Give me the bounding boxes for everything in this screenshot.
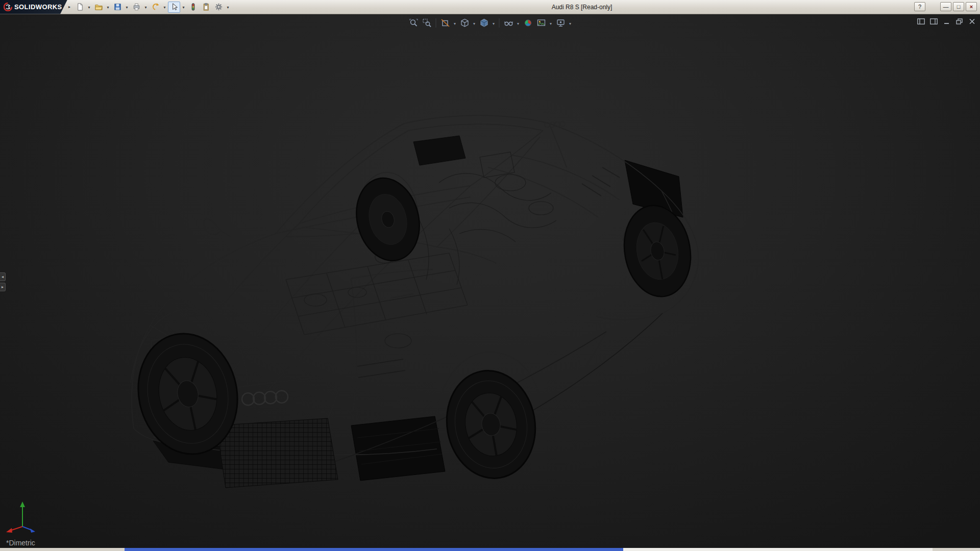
taskbar-segment — [933, 548, 980, 551]
apply-scene-button[interactable] — [535, 17, 548, 29]
audi-rings-front — [241, 390, 288, 406]
options-dropdown[interactable]: ▾ — [225, 4, 231, 10]
clipboard-icon — [202, 3, 210, 11]
car-wireframe-model — [0, 14, 980, 548]
edit-appearance-ball-icon — [523, 18, 532, 28]
heads-up-view-toolbar: ▾ ▾ ▾ — [407, 17, 573, 29]
show-task-pane-button[interactable] — [929, 18, 938, 25]
document-close-button[interactable] — [968, 18, 976, 25]
view-orientation-button[interactable] — [458, 17, 471, 29]
show-feature-pane-button[interactable] — [917, 18, 925, 25]
taskbar-active-segment — [125, 548, 623, 551]
document-window-controls — [917, 18, 976, 25]
hide-show-items-button[interactable] — [502, 17, 515, 29]
panel-splitter-collapse[interactable]: ◂ — [0, 272, 6, 281]
hud-separator — [499, 18, 500, 28]
view-orientation-dropdown[interactable]: ▾ — [472, 20, 477, 26]
apply-scene-dropdown[interactable]: ▾ — [548, 20, 554, 26]
solidworks-logo: SOLIDWORKS — [0, 0, 67, 14]
restore-icon — [956, 18, 963, 24]
section-view-icon — [440, 18, 450, 28]
help-button[interactable]: ? — [914, 2, 925, 11]
select-tool-button[interactable] — [168, 2, 180, 13]
save-button[interactable] — [111, 2, 124, 13]
print-icon — [132, 3, 141, 11]
new-document-icon — [76, 3, 84, 11]
brand-name: SOLIDWORKS — [14, 3, 62, 11]
graphics-area[interactable]: ▾ ▾ ▾ — [0, 14, 980, 548]
window-controls: ? — □ × — [914, 2, 977, 11]
save-dropdown[interactable]: ▾ — [124, 4, 130, 10]
open-button[interactable] — [92, 2, 105, 13]
view-orientation-cube-icon — [460, 18, 469, 28]
undo-button[interactable] — [149, 2, 161, 13]
pane-right-icon — [930, 18, 938, 24]
close-button[interactable]: × — [966, 2, 977, 11]
section-view-button[interactable] — [439, 17, 452, 29]
display-style-icon — [479, 18, 488, 28]
options-button[interactable] — [212, 2, 225, 13]
taskbar-edge[interactable] — [0, 548, 980, 551]
view-settings-button[interactable] — [554, 17, 567, 29]
print-dropdown[interactable]: ▾ — [143, 4, 149, 10]
new-document-dropdown[interactable]: ▾ — [86, 4, 92, 10]
rebuild-button[interactable] — [187, 2, 199, 13]
chassis-detail-lines — [286, 152, 556, 348]
zoom-to-area-button[interactable] — [421, 17, 433, 29]
print-button[interactable] — [130, 2, 142, 13]
paste-button[interactable] — [200, 2, 212, 13]
select-dropdown[interactable]: ▾ — [181, 4, 186, 10]
taskbar-segment — [623, 548, 933, 551]
section-view-dropdown[interactable]: ▾ — [452, 20, 458, 26]
select-cursor-icon — [170, 3, 179, 11]
pane-left-icon — [917, 18, 925, 24]
main-toolbar: ▾ ▾ ▾ — [74, 2, 231, 13]
display-style-button[interactable] — [478, 17, 491, 29]
minimize-icon — [943, 18, 950, 24]
panel-splitter-expand[interactable]: ▸ — [0, 283, 6, 291]
options-gear-icon — [214, 3, 223, 11]
solidworks-window: SOLIDWORKS ▸ ▾ ▾ — [0, 0, 980, 551]
hide-show-glasses-icon — [504, 18, 513, 28]
audi-rings-rear — [545, 121, 565, 128]
close-x-icon — [969, 18, 975, 24]
zoom-to-fit-button[interactable] — [407, 17, 420, 29]
rebuild-traffic-light-icon — [189, 3, 198, 11]
wheel-front-right — [348, 171, 428, 267]
wheel-rear-right — [617, 200, 697, 302]
minimize-button[interactable]: — — [940, 2, 951, 11]
open-folder-icon — [94, 3, 103, 11]
taskbar-segment — [0, 548, 125, 551]
maximize-button[interactable]: □ — [953, 2, 964, 11]
title-bar[interactable]: SOLIDWORKS ▸ ▾ ▾ — [0, 0, 980, 14]
zoom-to-fit-icon — [409, 18, 418, 28]
document-minimize-button[interactable] — [942, 18, 950, 25]
open-dropdown[interactable]: ▾ — [105, 4, 111, 10]
front-grille — [216, 418, 338, 488]
hud-separator — [436, 18, 436, 28]
edit-appearance-button[interactable] — [522, 17, 534, 29]
document-restore-button[interactable] — [955, 18, 963, 25]
undo-dropdown[interactable]: ▾ — [162, 4, 167, 10]
toolbar-expand-arrow[interactable]: ▸ — [68, 5, 70, 9]
reference-triad[interactable] — [5, 498, 46, 535]
apply-scene-icon — [536, 18, 546, 28]
zoom-to-area-icon — [422, 18, 431, 28]
window-title: Audi R8 S [Read-only] — [552, 4, 612, 11]
dassault-3ds-logo-icon — [4, 3, 12, 11]
hide-show-items-dropdown[interactable]: ▾ — [516, 20, 521, 26]
view-settings-dropdown[interactable]: ▾ — [568, 20, 573, 26]
view-orientation-label: *Dimetric — [6, 539, 35, 547]
undo-arrow-icon — [151, 3, 160, 11]
wheel-rear-left — [438, 364, 544, 486]
display-style-dropdown[interactable]: ▾ — [491, 20, 497, 26]
new-document-button[interactable] — [74, 2, 86, 13]
save-floppy-icon — [113, 3, 122, 11]
view-settings-icon — [556, 18, 565, 28]
